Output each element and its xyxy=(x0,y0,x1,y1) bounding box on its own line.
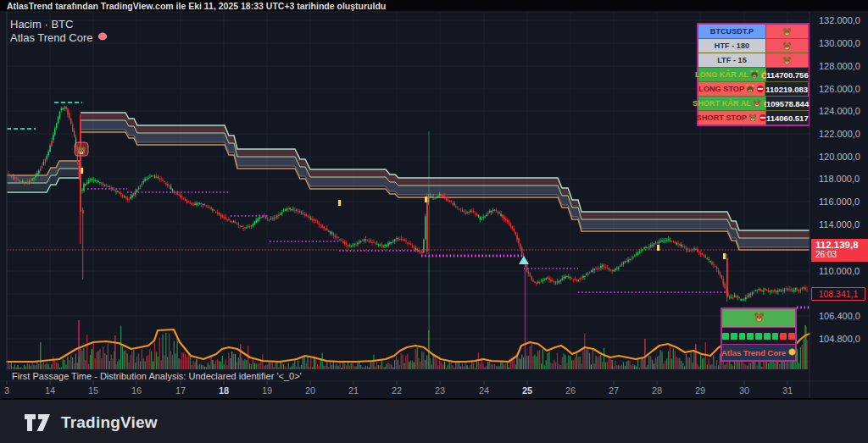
info-value-cell: 109578.844 xyxy=(766,97,809,110)
price-axis-label: 104.800,0 xyxy=(819,334,860,344)
time-axis-label: 19 xyxy=(262,385,272,396)
info-value-cell: 110219.083 xyxy=(765,82,808,96)
signal-square-green xyxy=(747,333,754,340)
info-table-row: LONG STOP110219.083 xyxy=(698,81,808,96)
info-label-cell: HTF - 180 xyxy=(698,39,766,53)
current-price-value: 112.139,8 xyxy=(815,240,868,250)
time-axis-label: 29 xyxy=(695,385,705,396)
time-axis-label: 21 xyxy=(348,385,359,396)
time-axis-label: 17 xyxy=(175,385,186,396)
stop-icon xyxy=(756,85,765,93)
time-axis-label: 26 xyxy=(565,385,576,396)
info-label-cell: LONG KÂR AL$ xyxy=(698,68,766,81)
widget-header xyxy=(722,309,795,328)
yellow-circle-icon xyxy=(788,348,796,356)
widget-signal-squares xyxy=(722,328,795,345)
bull-icon xyxy=(746,85,754,93)
info-table-row: SHORT STOP114060.517 xyxy=(698,110,808,125)
price-axis-label: 122.000,0 xyxy=(819,129,860,139)
bear-icon xyxy=(76,146,86,154)
price-axis-label: 116.000,0 xyxy=(819,197,860,207)
bear-icon xyxy=(782,56,792,65)
bar-countdown: 26:03 xyxy=(815,250,868,260)
signal-square-green xyxy=(755,333,762,340)
price-axis-label: 118.000,0 xyxy=(819,174,860,184)
time-axis-label: 15 xyxy=(88,385,98,396)
tradingview-logo[interactable]: TradingView xyxy=(24,413,158,432)
tradingview-footer: TradingView xyxy=(0,398,868,443)
bear-icon xyxy=(754,312,765,323)
time-axis-label: 31 xyxy=(782,385,793,396)
tradingview-logo-text: TradingView xyxy=(61,413,158,432)
price-axis-label: 126.000,0 xyxy=(819,84,860,94)
info-signal-cell xyxy=(766,39,808,53)
status-bar: First Passage Time - Distribution Analys… xyxy=(12,371,302,381)
time-axis-label: 30 xyxy=(739,385,749,396)
signal-square-green xyxy=(764,333,771,340)
info-signal-cell xyxy=(766,25,808,38)
atlas-trend-core-widget: Atlas Trend Core xyxy=(721,307,797,362)
info-table-row: LTF - 15 xyxy=(698,53,808,67)
signal-square-red xyxy=(780,333,787,340)
info-label-cell: BTCUSDT.P xyxy=(698,25,766,38)
time-axis-label: 25 xyxy=(522,385,532,396)
chart-legend: Hacim · BTC Atlas Trend Core xyxy=(10,18,108,45)
bear-icon xyxy=(748,114,757,122)
current-price-badge: 112.139,8 26:03 xyxy=(811,239,868,262)
info-value-cell: 114700.756 xyxy=(766,68,809,81)
info-label-cell: SHORT STOP xyxy=(698,111,766,125)
signal-square-green xyxy=(731,333,737,340)
bear-icon xyxy=(782,42,792,51)
indicator-title: Atlas Trend Core xyxy=(10,31,93,45)
time-axis-label: 27 xyxy=(609,385,619,396)
price-axis-label: 124.000,0 xyxy=(819,106,860,116)
price-axis-label: 128.000,0 xyxy=(819,61,860,71)
price-axis-label: 110.000,0 xyxy=(819,266,860,276)
info-table-row: LONG KÂR AL$114700.756 xyxy=(698,67,808,81)
signal-square-red xyxy=(788,333,795,340)
signal-square-green xyxy=(739,333,746,340)
time-axis-label: 23 xyxy=(435,385,445,396)
info-value-cell: 114060.517 xyxy=(766,111,809,125)
symbol-title: Hacim · BTC xyxy=(10,18,73,31)
signal-square-green xyxy=(772,333,779,340)
bear-icon xyxy=(753,99,761,108)
price-axis-label: 132.000,0 xyxy=(819,15,860,25)
time-axis-label: 16 xyxy=(131,385,142,396)
info-table-row: SHORT KÂR AL$109578.844 xyxy=(698,96,808,110)
widget-footer: Atlas Trend Core xyxy=(722,345,795,360)
bull-icon xyxy=(750,70,759,79)
info-table: BTCUSDT.PHTF - 180LTF - 15LONG KÂR AL$11… xyxy=(697,23,810,126)
info-signal-cell xyxy=(766,53,808,67)
price-axis-label: 114.000,0 xyxy=(819,219,860,230)
last-value-label: 108.341,1 xyxy=(811,287,865,301)
info-table-row: HTF - 180 xyxy=(698,38,808,53)
info-label-cell: LTF - 15 xyxy=(698,53,766,67)
info-label-cell: SHORT KÂR AL$ xyxy=(698,97,766,110)
tradingview-logo-icon xyxy=(24,413,53,432)
time-axis-label: 3 xyxy=(4,385,9,396)
widget-title: Atlas Trend Core xyxy=(721,348,786,357)
time-axis-label: 20 xyxy=(305,385,315,396)
info-table-row: BTCUSDT.P xyxy=(698,25,808,38)
time-axis-label: 24 xyxy=(479,385,489,396)
price-axis-label: 120.000,0 xyxy=(819,152,860,162)
price-axis-label: 130.000,0 xyxy=(819,38,860,48)
time-axis-label: 22 xyxy=(392,385,402,396)
time-axis-label: 18 xyxy=(219,385,229,396)
time-axis-label: 28 xyxy=(652,385,662,396)
time-axis-label: 14 xyxy=(45,385,55,396)
brain-icon xyxy=(97,31,108,42)
info-label-cell: LONG STOP xyxy=(698,82,765,96)
tradingview-snapshot: AtlasTrend tarafından TradingView.com il… xyxy=(0,0,868,443)
signal-square-green xyxy=(722,333,729,340)
status-message: First Passage Time - Distribution Analys… xyxy=(12,371,302,381)
bear-icon xyxy=(782,27,792,36)
price-axis-label: 106.400,0 xyxy=(819,311,860,321)
